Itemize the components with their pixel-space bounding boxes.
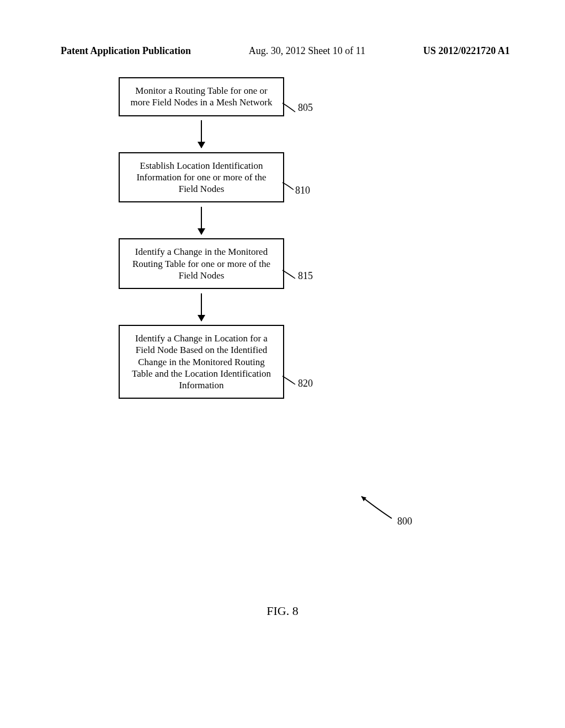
flowchart: Monitor a Routing Table for one or more … — [119, 77, 284, 399]
callout-curve-805 — [281, 102, 298, 116]
flow-box-identify-location: Identify a Change in Location for a Fiel… — [119, 325, 284, 399]
callout-curve-810 — [281, 181, 296, 192]
ref-label-800: 800 — [397, 516, 412, 527]
header-publication: Patent Application Publication — [61, 45, 191, 57]
page-header: Patent Application Publication Aug. 30, … — [0, 45, 565, 57]
arrow-1 — [119, 116, 284, 152]
flow-box-identify-change-text: Identify a Change in the Monitored Routi… — [132, 247, 270, 281]
header-pub-number: US 2012/0221720 A1 — [423, 45, 510, 57]
ref-label-815: 815 — [298, 270, 313, 282]
ref-label-810: 810 — [295, 185, 310, 196]
arrow-3 — [119, 289, 284, 325]
flow-box-identify-change: Identify a Change in the Monitored Routi… — [119, 238, 284, 289]
flow-box-establish: Establish Location Identification Inform… — [119, 152, 284, 203]
ref-label-820: 820 — [298, 378, 313, 389]
flow-box-establish-text: Establish Location Identification Inform… — [136, 160, 266, 195]
flow-box-monitor: Monitor a Routing Table for one or more … — [119, 77, 284, 116]
flow-box-identify-location-text: Identify a Change in Location for a Fiel… — [132, 333, 271, 390]
arrow-2 — [119, 202, 284, 238]
header-date-sheet: Aug. 30, 2012 Sheet 10 of 11 — [249, 45, 365, 57]
svg-marker-0 — [361, 496, 366, 501]
flow-box-monitor-text: Monitor a Routing Table for one or more … — [131, 85, 273, 108]
callout-curve-820 — [281, 375, 298, 387]
figure-label: FIG. 8 — [0, 604, 565, 618]
callout-arrow-800 — [359, 494, 397, 524]
ref-label-805: 805 — [298, 102, 313, 114]
callout-curve-815 — [281, 269, 298, 281]
